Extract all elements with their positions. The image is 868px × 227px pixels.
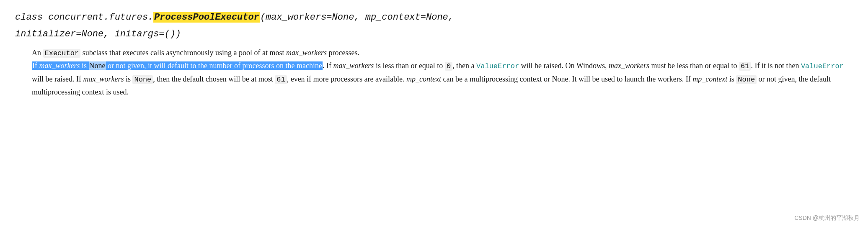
params2: initializer=None, initargs=())	[15, 29, 181, 39]
highlight-sentence: If max_workers is None or not given, it …	[32, 61, 323, 70]
none-code1: None	[132, 75, 153, 84]
mp-context-ref2: mp_context	[692, 75, 727, 83]
signature-line2: initializer=None, initargs=())	[15, 27, 853, 42]
module-path: concurrent.futures.	[48, 12, 153, 23]
class-keyword: class	[15, 12, 48, 23]
paragraph-1: An Executor subclass that executes calls…	[32, 46, 853, 60]
max-workers-ref1: max_workers	[286, 48, 327, 57]
valueerror-ref1: ValueError	[476, 62, 519, 70]
max-workers-ref3: max_workers	[609, 61, 649, 70]
max-workers-ref2: max_workers	[333, 61, 374, 70]
sixtyone-code2: 61	[275, 75, 287, 84]
zero-code: 0	[445, 62, 452, 71]
signature-line1: class concurrent.futures.ProcessPoolExec…	[15, 10, 853, 25]
mp-context-ref1: mp_context	[406, 75, 441, 83]
signature-block: class concurrent.futures.ProcessPoolExec…	[15, 10, 853, 42]
paragraph-2: If max_workers is None or not given, it …	[32, 59, 853, 98]
class-name: ProcessPoolExecutor	[153, 12, 260, 23]
max-workers-ref4: max_workers	[83, 75, 124, 83]
none-code2: None	[736, 75, 757, 84]
description-block: An Executor subclass that executes calls…	[32, 46, 853, 99]
watermark: CSDN @杭州的平湖秋月	[794, 213, 860, 223]
params1: (max_workers=None, mp_context=None,	[260, 12, 454, 23]
sixtyone-code1: 61	[739, 62, 751, 71]
executor-code: Executor	[43, 49, 81, 58]
valueerror-ref2: ValueError	[801, 62, 844, 70]
